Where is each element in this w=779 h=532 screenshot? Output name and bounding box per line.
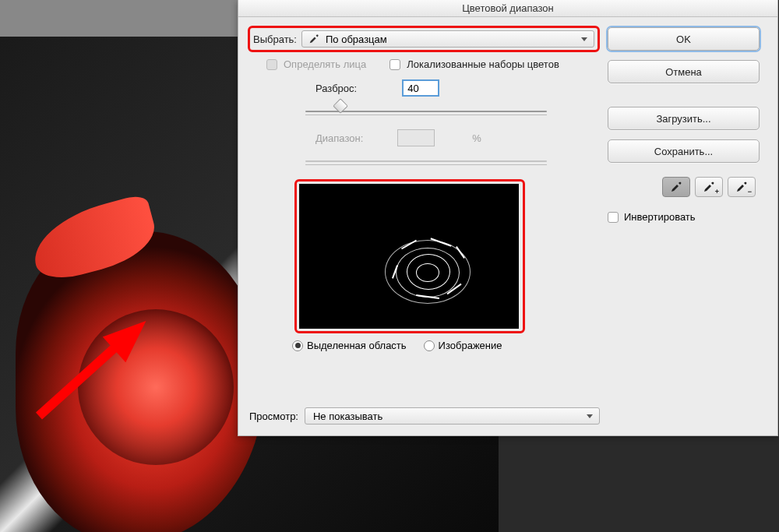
preview-mask: [385, 240, 478, 310]
range-input: [397, 129, 435, 146]
select-dropdown[interactable]: По образцам: [301, 30, 594, 48]
radio-image[interactable]: Изображение: [424, 340, 502, 351]
detect-faces-label: Определять лица: [284, 58, 366, 70]
fuzziness-slider[interactable]: [305, 103, 547, 122]
eyedropper-icon: [308, 33, 319, 47]
select-highlight-annotation: Выбрать: По образцам: [248, 26, 600, 52]
localized-label: Локализованные наборы цветов: [407, 58, 559, 70]
ok-button[interactable]: OK: [608, 27, 760, 51]
plus-icon: +: [715, 188, 719, 196]
invert-label: Инвертировать: [624, 211, 696, 223]
select-value: По образцам: [326, 33, 387, 45]
eyedropper-button[interactable]: [662, 177, 690, 197]
range-label: Диапазон:: [315, 132, 363, 144]
localized-checkbox[interactable]: [390, 59, 400, 70]
fuzziness-input[interactable]: [402, 79, 439, 97]
selection-preview[interactable]: [299, 184, 519, 329]
load-button[interactable]: Загрузить...: [608, 107, 760, 130]
eyedropper-subtract-button[interactable]: −: [728, 177, 756, 197]
minus-icon: −: [748, 188, 752, 196]
radio-selection[interactable]: Выделенная область: [292, 340, 407, 351]
eyedropper-add-button[interactable]: +: [695, 177, 723, 197]
preview-select[interactable]: Не показывать: [305, 407, 600, 425]
dialog-title: Цветовой диапазон: [238, 0, 777, 17]
preview-select-label: Просмотр:: [249, 410, 298, 422]
app-background-top: [0, 0, 238, 37]
cancel-button[interactable]: Отмена: [608, 60, 760, 83]
fuzziness-label: Разброс:: [315, 83, 357, 94]
chevron-down-icon: [581, 37, 587, 41]
preview-highlight-annotation: [294, 179, 525, 333]
detect-faces-checkbox: [266, 59, 277, 70]
save-button[interactable]: Сохранить...: [608, 139, 760, 163]
invert-checkbox[interactable]: [608, 212, 619, 223]
range-unit: %: [472, 132, 481, 144]
select-label: Выбрать:: [253, 33, 297, 45]
range-slider: [305, 153, 547, 171]
color-range-dialog: Цветовой диапазон Выбрать: По образцам О…: [238, 0, 778, 436]
chevron-down-icon: [587, 414, 593, 418]
rose-image: [16, 231, 265, 532]
radio-off-icon: [424, 340, 435, 351]
radio-on-icon: [292, 340, 303, 351]
